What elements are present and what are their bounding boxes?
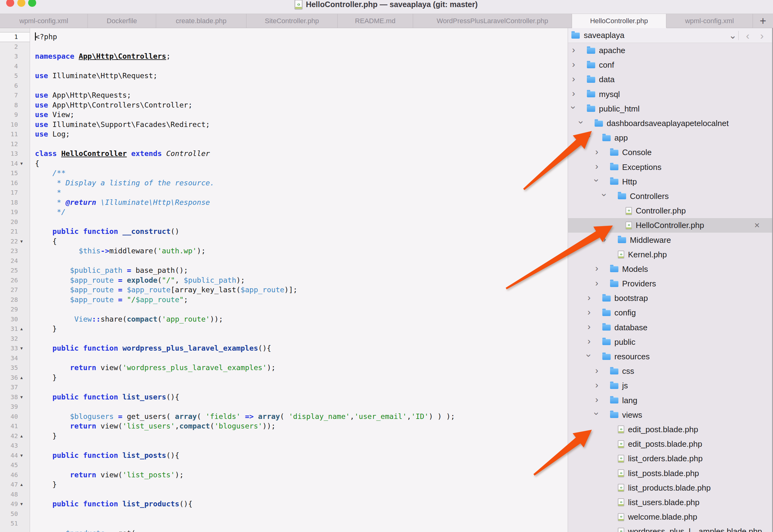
code-line[interactable]: return view('list_posts'); [35, 470, 568, 480]
zoom-window-button[interactable] [28, 0, 36, 7]
tree-item-css[interactable]: ›css [568, 364, 772, 378]
disclosure-closed-icon[interactable]: › [587, 323, 602, 332]
code-line[interactable]: public function list_posts(){ [35, 451, 568, 461]
code-line[interactable] [35, 217, 568, 227]
tree-item-Providers[interactable]: ›Providers [568, 277, 772, 291]
forward-button[interactable]: › [755, 29, 769, 42]
tree-item-list_posts.blade.php[interactable]: ‹›list_posts.blade.php [568, 466, 772, 480]
fold-up-icon[interactable]: ▲ [18, 324, 23, 334]
code-line[interactable]: public function wordpress_plus_laravel_e… [35, 344, 568, 353]
disclosure-closed-icon[interactable]: › [595, 279, 610, 289]
code-line[interactable] [35, 490, 568, 500]
tab-HelloController.php[interactable]: HelloController.php [572, 14, 666, 28]
disclosure-open-icon[interactable]: › [595, 177, 610, 186]
code-line[interactable]: $blogusers = get_users( array( 'fields' … [35, 412, 568, 422]
code-line[interactable]: */ [35, 207, 568, 217]
disclosure-closed-icon[interactable]: › [595, 381, 610, 391]
disclosure-closed-icon[interactable]: › [595, 264, 610, 274]
tree-item-Controllers[interactable]: ›Controllers [568, 189, 772, 204]
code-line[interactable]: <?php [35, 32, 568, 42]
code-line[interactable]: use Log; [35, 129, 568, 139]
new-tab-button[interactable]: + [753, 14, 773, 28]
tree-item-wordpress_plus_l…amples.blade.php[interactable]: ‹›wordpress_plus_l…amples.blade.php [568, 524, 772, 532]
code-line[interactable]: class HelloController extends Controller [35, 149, 568, 159]
disclosure-open-icon[interactable]: › [587, 133, 602, 143]
code-line[interactable]: } [35, 324, 568, 334]
tree-item-public[interactable]: ›public [568, 335, 772, 349]
tree-item-edit_posts.blade.php[interactable]: ‹›edit_posts.blade.php [568, 437, 772, 451]
fold-down-icon[interactable]: ▼ [18, 344, 23, 353]
fold-up-icon[interactable]: ▲ [18, 373, 23, 383]
code-line[interactable]: use Illuminate\Support\Facades\Redirect; [35, 120, 568, 130]
code-line[interactable] [35, 402, 568, 412]
tree-item-Middleware[interactable]: ›Middleware [568, 233, 772, 247]
tree-item-list_orders.blade.php[interactable]: ‹›list_orders.blade.php [568, 451, 772, 466]
tree-item-config[interactable]: ›config [568, 306, 772, 320]
tree-item-data[interactable]: ›data [568, 72, 772, 87]
tree-item-edit_post.blade.php[interactable]: ‹›edit_post.blade.php [568, 422, 772, 437]
tab-create.blade.php[interactable]: create.blade.php [156, 14, 247, 28]
code-line[interactable]: * [35, 188, 568, 198]
disclosure-open-icon[interactable]: › [595, 410, 610, 420]
code-line[interactable] [35, 519, 568, 529]
tree-item-dashboardsaveaplayapetelocalnet[interactable]: ›dashboardsaveaplayapetelocalnet [568, 116, 772, 131]
code-area[interactable]: <?phpnamespace App\Http\Controllers;use … [30, 28, 568, 532]
disclosure-closed-icon[interactable]: › [571, 90, 587, 99]
code-line[interactable]: namespace App\Http\Controllers; [35, 52, 568, 61]
tree-item-public_html[interactable]: ›public_html [568, 102, 772, 116]
code-line[interactable] [35, 305, 568, 315]
tab-Dockerfile[interactable]: Dockerfile [88, 14, 156, 28]
disclosure-closed-icon[interactable]: › [587, 294, 602, 303]
code-line[interactable]: use App\Http\Requests; [35, 91, 568, 100]
tree-item-Kernel.php[interactable]: ‹›Kernel.php [568, 247, 772, 262]
tree-item-Console[interactable]: ›Console [568, 145, 772, 160]
tree-item-lang[interactable]: ›lang [568, 393, 772, 408]
tab-SiteController.php[interactable]: SiteController.php [247, 14, 338, 28]
tree-item-list_products.blade.php[interactable]: ‹›list_products.blade.php [568, 481, 772, 495]
code-line[interactable] [35, 382, 568, 392]
code-line[interactable]: } [35, 373, 568, 383]
code-line[interactable]: /** [35, 168, 568, 178]
close-window-button[interactable] [6, 0, 14, 7]
code-line[interactable]: public function list_products(){ [35, 499, 568, 509]
disclosure-closed-icon[interactable]: › [571, 46, 587, 55]
code-line[interactable]: $this->middleware('auth.wp'); [35, 246, 568, 256]
disclosure-closed-icon[interactable]: › [595, 163, 610, 172]
code-line[interactable]: public function list_users(){ [35, 392, 568, 402]
project-selector[interactable]: saveaplaya ⌄ [571, 31, 737, 40]
tree-item-database[interactable]: ›database [568, 320, 772, 335]
disclosure-closed-icon[interactable]: › [595, 367, 610, 376]
code-line[interactable]: * @return \Illuminate\Http\Response [35, 198, 568, 208]
fold-down-icon[interactable]: ▼ [18, 499, 23, 509]
fold-up-icon[interactable]: ▲ [18, 480, 23, 490]
code-line[interactable]: $app_route = $app_route[array_key_last($… [35, 285, 568, 295]
disclosure-open-icon[interactable]: › [602, 192, 618, 201]
disclosure-closed-icon[interactable]: › [595, 148, 610, 157]
tree-item-app[interactable]: ›app [568, 131, 772, 145]
code-line[interactable] [35, 334, 568, 344]
disclosure-open-icon[interactable]: › [579, 119, 595, 128]
tree-item-Exceptions[interactable]: ›Exceptions [568, 160, 772, 175]
disclosure-closed-icon[interactable]: › [602, 235, 618, 245]
disclosure-closed-icon[interactable]: › [571, 75, 587, 84]
tree-item-list_users.blade.php[interactable]: ‹›list_users.blade.php [568, 495, 772, 510]
code-line[interactable]: return view('wordpress_plus_laravel_exam… [35, 363, 568, 373]
code-line[interactable]: public function __construct() [35, 227, 568, 237]
code-line[interactable] [35, 441, 568, 451]
tree-item-Http[interactable]: ›Http [568, 175, 772, 189]
code-line[interactable]: { [35, 159, 568, 169]
tree-item-welcome.blade.php[interactable]: ‹›welcome.blade.php [568, 510, 772, 524]
fold-up-icon[interactable]: ▲ [18, 431, 23, 441]
tree-item-resources[interactable]: ›resources [568, 349, 772, 364]
tree-item-mysql[interactable]: ›mysql [568, 87, 772, 102]
disclosure-closed-icon[interactable]: › [595, 396, 610, 405]
code-line[interactable] [35, 509, 568, 519]
tree-item-js[interactable]: ›js [568, 378, 772, 393]
code-line[interactable]: use App\Http\Controllers\Controller; [35, 100, 568, 110]
disclosure-closed-icon[interactable]: › [587, 337, 602, 347]
tree-item-Controller.php[interactable]: ‹›Controller.php [568, 204, 772, 218]
disclosure-open-icon[interactable]: › [571, 104, 587, 113]
tree-item-views[interactable]: ›views [568, 408, 772, 422]
fold-down-icon[interactable]: ▼ [18, 159, 23, 169]
code-line[interactable]: $app_route = "/$app_route"; [35, 295, 568, 305]
